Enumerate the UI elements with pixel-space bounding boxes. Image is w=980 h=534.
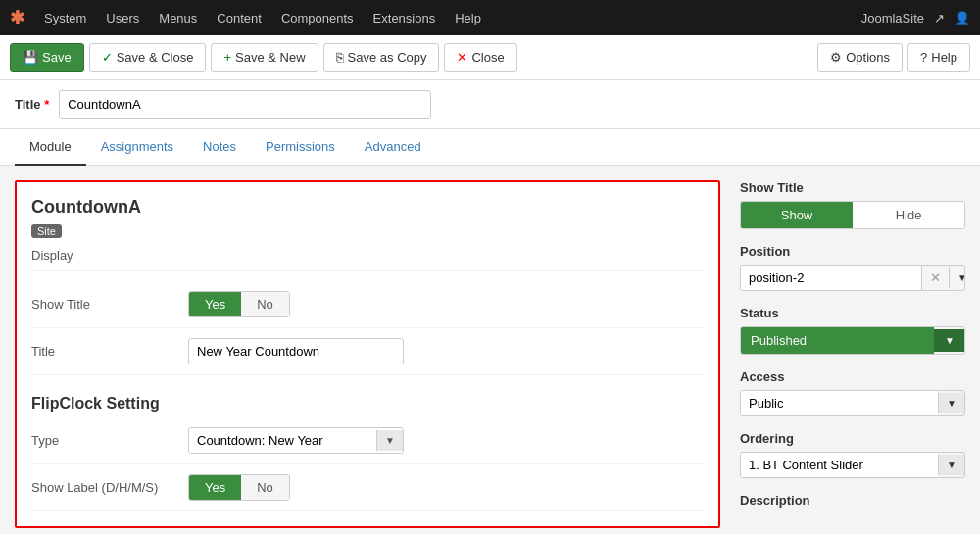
right-status: Status Published ▼ bbox=[740, 306, 965, 355]
nav-menus[interactable]: Menus bbox=[149, 0, 207, 35]
title-label: Title * bbox=[15, 97, 49, 112]
status-wrap: Published ▼ bbox=[740, 326, 965, 355]
options-button[interactable]: ⚙ Options bbox=[817, 43, 903, 72]
access-label: Access bbox=[740, 369, 965, 384]
save-close-button[interactable]: ✓ Save & Close bbox=[89, 43, 207, 72]
right-show-title-label: Show Title bbox=[740, 180, 965, 195]
site-name: JoomlaSite bbox=[861, 11, 924, 25]
ordering-dropdown-icon[interactable]: ▼ bbox=[938, 455, 964, 475]
title-field-row: Title bbox=[31, 328, 704, 375]
show-title-row: Show Title Yes No bbox=[31, 281, 704, 328]
type-row: Type Countdown: New Year ▼ bbox=[31, 417, 704, 464]
user-icon[interactable]: 👤 bbox=[955, 11, 970, 25]
position-dropdown-icon[interactable]: ▼ bbox=[949, 267, 965, 288]
position-clear-icon[interactable]: ✕ bbox=[921, 266, 949, 290]
help-icon: ? bbox=[920, 50, 927, 65]
save-new-button[interactable]: + Save & New bbox=[211, 43, 318, 72]
status-dropdown-icon[interactable]: ▼ bbox=[934, 329, 964, 352]
nav-users[interactable]: Users bbox=[96, 0, 149, 35]
show-title-no[interactable]: No bbox=[241, 292, 289, 316]
top-nav: ✱ System Users Menus Content Components … bbox=[0, 0, 980, 35]
module-title: CountdownA bbox=[31, 197, 704, 218]
site-badge: Site bbox=[31, 224, 62, 238]
description-label: Description bbox=[740, 493, 965, 508]
position-wrap: ✕ ▼ bbox=[740, 265, 965, 291]
right-access: Access Public ▼ bbox=[740, 369, 965, 416]
nav-components[interactable]: Components bbox=[271, 0, 364, 35]
title-row: Title * bbox=[0, 80, 980, 129]
position-label: Position bbox=[740, 244, 965, 259]
close-icon: ✕ bbox=[457, 50, 467, 65]
required-asterisk: * bbox=[44, 97, 49, 112]
type-select[interactable]: Countdown: New Year bbox=[189, 428, 376, 453]
tab-assignments[interactable]: Assignments bbox=[86, 129, 188, 166]
nav-help[interactable]: Help bbox=[445, 0, 491, 35]
show-label-control: Yes No bbox=[188, 474, 704, 501]
toolbar: 💾 Save ✓ Save & Close + Save & New ⎘ Sav… bbox=[0, 35, 980, 80]
close-button[interactable]: ✕ Close bbox=[444, 43, 516, 72]
show-hide-toggle: Show Hide bbox=[740, 201, 965, 229]
save-copy-button[interactable]: ⎘ Save as Copy bbox=[323, 43, 440, 72]
plus-icon: + bbox=[223, 50, 231, 65]
access-dropdown-icon[interactable]: ▼ bbox=[938, 393, 964, 413]
position-input[interactable] bbox=[741, 266, 921, 290]
copy-icon: ⎘ bbox=[336, 50, 344, 65]
show-label-toggle: Yes No bbox=[188, 474, 290, 501]
tab-advanced[interactable]: Advanced bbox=[350, 129, 436, 166]
tab-permissions[interactable]: Permissions bbox=[251, 129, 350, 166]
main-content: CountdownA Site Display Show Title Yes N… bbox=[0, 166, 980, 534]
nav-right: JoomlaSite ↗ 👤 bbox=[861, 11, 970, 25]
title-field-label: Title bbox=[31, 344, 188, 359]
show-title-label: Show Title bbox=[31, 297, 188, 312]
tabs: Module Assignments Notes Permissions Adv… bbox=[0, 129, 980, 166]
right-panel: Show Title Show Hide Position ✕ ▼ Status… bbox=[740, 180, 965, 528]
nav-system[interactable]: System bbox=[34, 0, 96, 35]
show-title-control: Yes No bbox=[188, 291, 704, 317]
title-input[interactable] bbox=[59, 90, 431, 119]
external-link-icon: ↗ bbox=[934, 11, 945, 25]
nav-extensions[interactable]: Extensions bbox=[364, 0, 446, 35]
type-select-arrow[interactable]: ▼ bbox=[376, 430, 403, 451]
flipclock-heading: FlipClock Setting bbox=[31, 390, 704, 413]
nav-content[interactable]: Content bbox=[207, 0, 271, 35]
type-label: Type bbox=[31, 433, 188, 448]
show-title-toggle: Yes No bbox=[188, 291, 290, 317]
display-label: Display bbox=[31, 248, 704, 271]
status-value: Published bbox=[741, 327, 934, 354]
show-button[interactable]: Show bbox=[741, 202, 853, 228]
title-field-control bbox=[188, 338, 704, 364]
hide-button[interactable]: Hide bbox=[853, 202, 964, 228]
save-icon: 💾 bbox=[23, 50, 38, 65]
check-icon: ✓ bbox=[102, 50, 113, 65]
type-control: Countdown: New Year ▼ bbox=[188, 427, 704, 454]
right-ordering: Ordering 1. BT Content Slider ▼ bbox=[740, 431, 965, 478]
type-select-wrap: Countdown: New Year ▼ bbox=[188, 427, 404, 454]
show-label-label: Show Label (D/H/M/S) bbox=[31, 480, 188, 495]
joomla-logo: ✱ bbox=[10, 7, 24, 28]
help-button[interactable]: ? Help bbox=[907, 43, 970, 72]
tab-module[interactable]: Module bbox=[15, 129, 86, 166]
show-label-row: Show Label (D/H/M/S) Yes No bbox=[31, 464, 704, 511]
ordering-select-wrap: 1. BT Content Slider ▼ bbox=[740, 452, 965, 478]
ordering-label: Ordering bbox=[740, 431, 965, 446]
show-title-yes[interactable]: Yes bbox=[189, 292, 241, 316]
right-show-title: Show Title Show Hide bbox=[740, 180, 965, 229]
left-panel: CountdownA Site Display Show Title Yes N… bbox=[15, 180, 720, 528]
save-button[interactable]: 💾 Save bbox=[10, 43, 84, 72]
show-label-no[interactable]: No bbox=[241, 475, 289, 500]
access-select[interactable]: Public bbox=[741, 391, 938, 415]
right-description: Description bbox=[740, 493, 965, 513]
right-position: Position ✕ ▼ bbox=[740, 244, 965, 291]
ordering-select[interactable]: 1. BT Content Slider bbox=[741, 453, 938, 477]
tab-notes[interactable]: Notes bbox=[188, 129, 251, 166]
gear-icon: ⚙ bbox=[830, 50, 842, 65]
show-label-yes[interactable]: Yes bbox=[189, 475, 241, 500]
access-select-wrap: Public ▼ bbox=[740, 390, 965, 416]
title-field-input[interactable] bbox=[188, 338, 404, 364]
status-label: Status bbox=[740, 306, 965, 320]
